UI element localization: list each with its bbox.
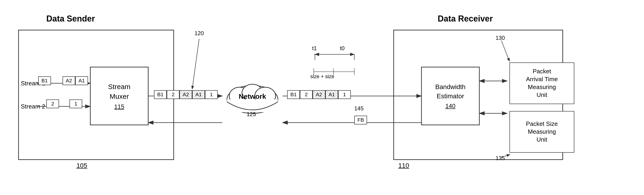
t1-label: t1: [312, 45, 317, 52]
label-135: 135: [496, 155, 505, 162]
bandwidth-estimator-num: 140: [445, 102, 455, 110]
bandwidth-estimator-label: BandwidthEstimator: [435, 82, 466, 100]
label-145: 145: [354, 105, 364, 112]
t0-label: t0: [340, 45, 344, 52]
in-pkt-b1: B1: [287, 90, 300, 99]
sender-pkt-b1: B1: [38, 76, 51, 85]
label-130: 130: [496, 35, 505, 41]
network-num: 125: [246, 111, 256, 118]
stream-muxer-num: 115: [114, 103, 124, 110]
svg-line-32: [501, 40, 510, 61]
receiver-box-num: 110: [398, 162, 409, 169]
out-pkt-1: 1: [205, 90, 218, 99]
diagram: Data Sender Data Receiver Stream 1 Strea…: [0, 0, 644, 195]
size-plus-size-label: size + size: [310, 74, 334, 80]
sender-box-num: 105: [76, 162, 87, 169]
label-120: 120: [194, 30, 204, 36]
out-pkt-b1: B1: [154, 90, 167, 99]
stream2-label: Stream 2: [21, 103, 46, 110]
sender-pkt-2: 2: [46, 99, 59, 108]
out-pkt-a2: A2: [180, 90, 192, 99]
network-label: Network: [226, 93, 279, 100]
packet-size-unit-box: Packet SizeMeasuringUnit: [510, 111, 574, 153]
sender-pkt-a1: A1: [75, 76, 88, 85]
fb-pkt: FB: [354, 116, 367, 124]
in-pkt-a1: A1: [325, 90, 338, 99]
stream-muxer-label: StreamMuxer: [108, 82, 130, 101]
sender-pkt-1: 1: [70, 99, 82, 108]
out-pkt-2: 2: [167, 90, 180, 99]
sender-pkt-a2: A2: [62, 76, 75, 85]
in-pkt-1: 1: [338, 90, 351, 99]
in-pkt-a2: A2: [312, 90, 325, 99]
sender-title: Data Sender: [46, 14, 95, 23]
svg-line-25: [192, 39, 199, 89]
receiver-title: Data Receiver: [438, 14, 493, 23]
arrival-time-unit-box: PacketArrival TimeMeasuringUnit: [510, 62, 574, 104]
out-pkt-a1: A1: [192, 90, 205, 99]
stream-muxer-box: StreamMuxer 115: [90, 67, 148, 125]
bandwidth-estimator-box: BandwidthEstimator 140: [422, 67, 479, 125]
in-pkt-2: 2: [300, 90, 312, 99]
